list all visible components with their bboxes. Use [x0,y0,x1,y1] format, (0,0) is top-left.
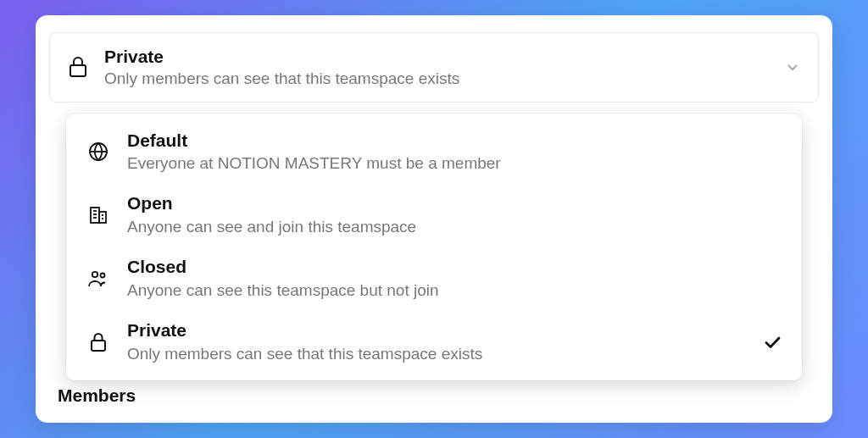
svg-rect-0 [70,65,86,76]
option-text: Private Only members can see that this t… [127,319,753,365]
option-title: Open [127,191,782,215]
selected-title: Private [104,45,774,68]
permission-select-trigger[interactable]: Private Only members can see that this t… [49,32,819,103]
option-description: Anyone can see this teamspace but not jo… [127,280,782,302]
option-title: Closed [127,255,782,279]
checkmark-icon [763,333,782,352]
option-description: Everyone at NOTION MASTERY must be a mem… [127,152,782,175]
option-default[interactable]: Default Everyone at NOTION MASTERY must … [66,120,802,184]
option-private[interactable]: Private Only members can see that this t… [66,310,802,374]
svg-rect-2 [91,208,99,223]
option-title: Default [127,129,782,152]
selected-description: Only members can see that this teamspace… [104,68,774,91]
svg-rect-11 [92,341,105,351]
settings-card: Private Only members can see that this t… [36,15,832,424]
globe-icon [86,141,110,162]
people-icon [86,269,110,288]
chevron-down-icon [784,58,801,75]
lock-icon [86,332,110,352]
option-description: Only members can see that this teamspace… [127,343,753,366]
option-title: Private [127,319,753,342]
svg-point-9 [92,272,97,277]
building-icon [86,205,110,225]
option-text: Default Everyone at NOTION MASTERY must … [127,129,782,175]
permission-dropdown: Default Everyone at NOTION MASTERY must … [66,114,802,381]
option-text: Closed Anyone can see this teamspace but… [127,255,782,302]
option-closed[interactable]: Closed Anyone can see this teamspace but… [66,247,802,310]
option-open[interactable]: Open Anyone can see and join this teamsp… [66,183,802,247]
lock-icon [67,56,89,78]
svg-rect-3 [99,212,106,223]
members-section-label: Members [49,385,819,406]
option-text: Open Anyone can see and join this teamsp… [127,191,782,238]
select-trigger-text: Private Only members can see that this t… [104,45,774,91]
svg-point-10 [101,273,105,277]
option-description: Anyone can see and join this teamspace [127,216,782,239]
